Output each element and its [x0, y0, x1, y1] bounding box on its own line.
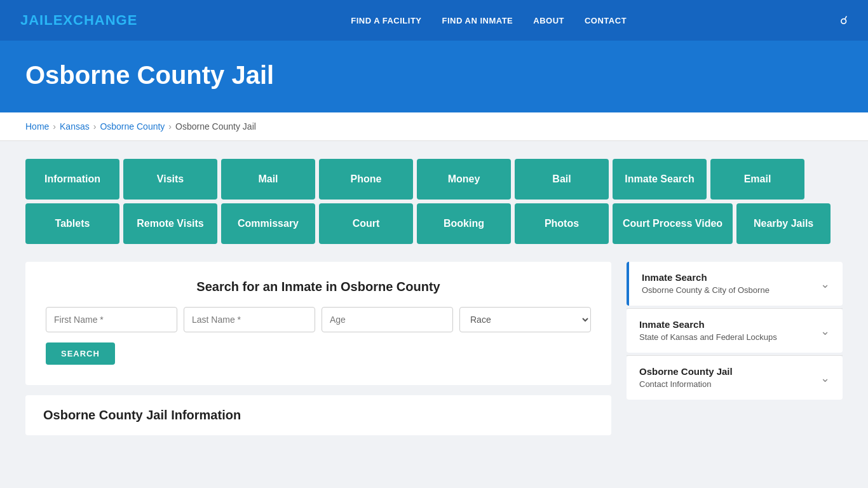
category-btn-inmate-search[interactable]: Inmate Search: [613, 159, 707, 200]
breadcrumb: Home›Kansas›Osborne County›Osborne Count…: [0, 112, 868, 141]
breadcrumb-item-2[interactable]: Osborne County: [100, 121, 165, 132]
chevron-down-icon: ⌄: [820, 324, 830, 338]
sidebar-item-subtitle-inmate-search-osborne: Osborne County & City of Osborne: [642, 285, 770, 295]
last-name-input[interactable]: [184, 307, 315, 332]
category-btn-commissary[interactable]: Commissary: [221, 203, 315, 244]
race-select[interactable]: RaceWhiteBlackHispanicAsianNative Americ…: [459, 307, 591, 332]
sidebar: Inmate Search Osborne County & City of O…: [627, 262, 843, 402]
category-btn-booking[interactable]: Booking: [417, 203, 511, 244]
search-fields: RaceWhiteBlackHispanicAsianNative Americ…: [46, 307, 591, 332]
sidebar-item-header-inmate-search-kansas[interactable]: Inmate Search State of Kansas and Federa…: [627, 309, 843, 353]
jail-info-section: Osborne County Jail Information: [25, 395, 611, 435]
breadcrumb-separator: ›: [53, 121, 56, 132]
main-content: InformationVisitsMailPhoneMoneyBailInmat…: [0, 141, 868, 453]
sidebar-item-title-inmate-search-kansas: Inmate Search: [639, 319, 777, 330]
content-row: Search for an Inmate in Osborne County R…: [25, 262, 843, 435]
nav-link-contact[interactable]: CONTACT: [585, 16, 627, 25]
category-btn-tablets[interactable]: Tablets: [25, 203, 119, 244]
category-button-grid: InformationVisitsMailPhoneMoneyBailInmat…: [25, 159, 843, 244]
search-heading: Search for an Inmate in Osborne County: [46, 280, 591, 294]
category-btn-email[interactable]: Email: [710, 159, 804, 200]
breadcrumb-separator: ›: [168, 121, 172, 132]
breadcrumb-separator: ›: [93, 121, 97, 132]
hero-banner: Osborne County Jail: [0, 41, 868, 112]
search-button[interactable]: SEARCH: [46, 342, 115, 365]
breadcrumb-item-1[interactable]: Kansas: [60, 121, 90, 132]
nav-link-find-an-inmate[interactable]: FIND AN INMATE: [442, 16, 513, 25]
category-btn-phone[interactable]: Phone: [319, 159, 413, 200]
logo-exchange: EXCHANGE: [53, 12, 138, 28]
category-btn-remote-visits[interactable]: Remote Visits: [123, 203, 217, 244]
sidebar-item-text-inmate-search-osborne: Inmate Search Osborne County & City of O…: [642, 272, 770, 295]
sidebar-item-subtitle-contact-info: Contact Information: [639, 379, 711, 389]
category-btn-money[interactable]: Money: [417, 159, 511, 200]
chevron-down-icon: ⌄: [820, 277, 830, 291]
category-btn-visits[interactable]: Visits: [123, 159, 217, 200]
chevron-down-icon: ⌄: [820, 371, 830, 385]
sidebar-item-header-contact-info[interactable]: Osborne County Jail Contact Information …: [627, 356, 843, 400]
category-btn-photos[interactable]: Photos: [515, 203, 609, 244]
page-title: Osborne County Jail: [25, 61, 843, 90]
nav-links: FIND A FACILITYFIND AN INMATEABOUTCONTAC…: [351, 15, 627, 26]
breadcrumb-item-0[interactable]: Home: [25, 121, 49, 132]
category-btn-nearby-jails[interactable]: Nearby Jails: [736, 203, 831, 244]
sidebar-item-contact-info[interactable]: Osborne County Jail Contact Information …: [627, 356, 843, 400]
sidebar-item-inmate-search-kansas[interactable]: Inmate Search State of Kansas and Federa…: [627, 309, 843, 353]
sidebar-item-text-contact-info: Osborne County Jail Contact Information: [639, 366, 733, 390]
nav-link-find-a-facility[interactable]: FIND A FACILITY: [351, 16, 421, 25]
search-icon[interactable]: ☌: [840, 13, 848, 27]
nav-link-about[interactable]: ABOUT: [533, 16, 564, 25]
first-name-input[interactable]: [46, 307, 177, 332]
category-btn-court[interactable]: Court: [319, 203, 413, 244]
category-btn-mail[interactable]: Mail: [221, 159, 315, 200]
logo-jail: JAIL: [20, 12, 53, 28]
category-btn-information[interactable]: Information: [25, 159, 119, 200]
sidebar-item-header-inmate-search-osborne[interactable]: Inmate Search Osborne County & City of O…: [629, 262, 843, 306]
sidebar-item-text-inmate-search-kansas: Inmate Search State of Kansas and Federa…: [639, 319, 777, 342]
category-btn-bail[interactable]: Bail: [515, 159, 609, 200]
jail-info-heading: Osborne County Jail Information: [43, 408, 593, 423]
sidebar-item-subtitle-inmate-search-kansas: State of Kansas and Federal Lockups: [639, 332, 777, 342]
site-logo[interactable]: JAILEXCHANGE: [20, 12, 137, 29]
breadcrumb-item-3[interactable]: Osborne County Jail: [175, 121, 256, 132]
sidebar-item-title-inmate-search-osborne: Inmate Search: [642, 272, 770, 283]
age-input[interactable]: [322, 307, 453, 332]
navbar: JAILEXCHANGE FIND A FACILITYFIND AN INMA…: [0, 0, 868, 41]
category-btn-court-process-video[interactable]: Court Process Video: [613, 203, 733, 244]
sidebar-item-title-contact-info: Osborne County Jail: [639, 366, 733, 377]
sidebar-item-inmate-search-osborne[interactable]: Inmate Search Osborne County & City of O…: [627, 262, 843, 306]
inmate-search-card: Search for an Inmate in Osborne County R…: [25, 262, 611, 385]
